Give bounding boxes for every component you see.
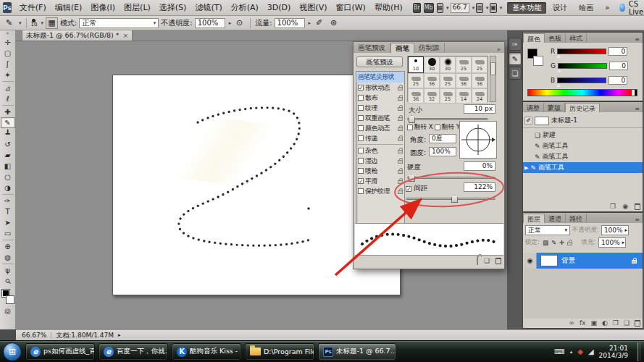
taskbar-explorer-folder[interactable]: D:\Program File... bbox=[245, 343, 314, 361]
brush-tip-cell[interactable]: 25 bbox=[440, 88, 456, 104]
lock-icon[interactable] bbox=[398, 190, 403, 194]
slider-thumb[interactable] bbox=[451, 195, 458, 203]
tray-expand-icon[interactable]: ▴ bbox=[570, 349, 573, 355]
brush-tip-cell[interactable]: 36 bbox=[424, 73, 440, 88]
lock-icon[interactable] bbox=[398, 170, 403, 174]
dock-brush-presets-icon[interactable]: ✑ bbox=[509, 38, 522, 51]
lock-icon[interactable] bbox=[398, 117, 403, 121]
brush-tip-cell[interactable]: 14 bbox=[456, 88, 472, 104]
magic-wand-tool[interactable]: ✶ bbox=[1, 70, 15, 80]
panel-menu-icon[interactable]: ≡ bbox=[632, 106, 643, 112]
setting-protect-texture[interactable]: 保护纹理 bbox=[356, 186, 404, 196]
menu-3d[interactable]: 3D(D) bbox=[263, 3, 296, 12]
menu-window[interactable]: 窗口(W) bbox=[331, 2, 369, 13]
menu-view[interactable]: 视图(V) bbox=[295, 2, 331, 13]
tab-channels[interactable]: 通道 bbox=[545, 214, 566, 223]
setting-scattering[interactable]: 散布 bbox=[356, 93, 404, 103]
slider-thumb[interactable] bbox=[409, 174, 415, 182]
slider-marker[interactable] bbox=[557, 69, 561, 72]
lock-icon[interactable] bbox=[398, 107, 403, 111]
zoom-level-field[interactable]: 66.7 bbox=[451, 3, 469, 13]
tab-layers[interactable]: 图层 bbox=[523, 214, 545, 223]
opacity-field[interactable]: 100% bbox=[195, 18, 225, 28]
dock-brush-panel-icon[interactable]: ✎ bbox=[509, 52, 522, 65]
clone-stamp-tool[interactable]: ┻ bbox=[1, 128, 15, 139]
checkbox[interactable] bbox=[358, 135, 364, 141]
menu-filter[interactable]: 滤镜(T) bbox=[191, 2, 226, 13]
panel-menu-icon[interactable]: ≡ bbox=[632, 216, 643, 223]
gradient-tool[interactable]: ◧ bbox=[1, 161, 15, 172]
tab-brush-presets[interactable]: 画笔预设 bbox=[354, 43, 390, 53]
taskbar-ie-1[interactable]: e ps如何画虚线_百... bbox=[25, 343, 95, 361]
pen-tool[interactable]: ✑ bbox=[1, 195, 15, 206]
tab-close-icon[interactable]: × bbox=[123, 32, 129, 39]
delete-brush-icon[interactable] bbox=[495, 258, 501, 264]
new-layer-icon[interactable]: ❏ bbox=[624, 319, 630, 327]
keyboard-tray-icon[interactable]: ⌨ bbox=[554, 348, 564, 355]
brush-tip-cell[interactable]: 36 bbox=[472, 73, 488, 88]
rotate-3d-tool[interactable]: ⊕ bbox=[1, 241, 15, 252]
scrollbar-thumb[interactable] bbox=[490, 62, 495, 75]
tab-color[interactable]: 颜色 bbox=[523, 33, 545, 43]
history-snapshot-row[interactable]: ✐ 未标题-1 bbox=[523, 115, 643, 126]
tray-app-icon[interactable]: ◆ bbox=[577, 348, 583, 355]
pressure-opacity-icon[interactable]: ⊙ bbox=[233, 17, 246, 29]
dock-clone-source-icon[interactable]: ❏ bbox=[509, 67, 522, 80]
workspace-design-button[interactable]: 设计 bbox=[548, 2, 572, 14]
checkbox-checked[interactable] bbox=[358, 178, 364, 184]
taskbar-photoshop[interactable]: Ps 未标题-1 @ 66.7... bbox=[318, 343, 396, 361]
menu-edit[interactable]: 编辑(E) bbox=[51, 2, 87, 13]
hardness-field[interactable]: 0% bbox=[464, 161, 495, 171]
setting-noise[interactable]: 杂色 bbox=[356, 146, 404, 156]
spacing-checkbox[interactable]: 间距 bbox=[406, 184, 427, 193]
brush-grid-scrollbar[interactable] bbox=[490, 56, 496, 102]
mini-bridge-button[interactable]: Mb bbox=[424, 3, 434, 13]
tab-history[interactable]: 历史记录 bbox=[565, 103, 600, 112]
brush-tool[interactable]: ✎ bbox=[1, 117, 15, 128]
history-state-new[interactable]: ❏ 新建 bbox=[523, 130, 643, 140]
checkbox[interactable] bbox=[358, 158, 364, 164]
tab-styles[interactable]: 样式 bbox=[566, 33, 587, 43]
history-brush-tool[interactable]: ↺ bbox=[1, 139, 15, 150]
angle-roundness-control[interactable] bbox=[459, 121, 497, 159]
background-color-swatch[interactable] bbox=[533, 56, 543, 66]
checkbox[interactable] bbox=[358, 188, 364, 194]
tab-masks[interactable]: 蒙版 bbox=[544, 103, 565, 112]
brush-tip-cell[interactable]: 25 bbox=[472, 56, 488, 73]
delete-layer-icon[interactable] bbox=[635, 320, 640, 327]
slider-thumb[interactable] bbox=[409, 115, 415, 123]
brush-tool-preset-icon[interactable]: ✎ bbox=[3, 17, 15, 29]
workspace-painting-button[interactable]: 绘画 bbox=[574, 2, 598, 14]
brush-presets-button[interactable]: 画笔预设 bbox=[356, 56, 403, 67]
lock-position-icon[interactable]: ✛ bbox=[559, 239, 564, 246]
status-options-icon[interactable]: ▸ bbox=[118, 332, 121, 338]
lock-icon[interactable] bbox=[398, 150, 403, 153]
lock-pixels-icon[interactable]: ✎ bbox=[551, 239, 556, 246]
checkbox-checked[interactable] bbox=[358, 85, 364, 90]
history-state-brush-2[interactable]: ✎ 画笔工具 bbox=[523, 151, 643, 162]
toggle-brush-panel-button[interactable]: ▦ bbox=[46, 17, 58, 29]
setting-color-dynamics[interactable]: 颜色动态 bbox=[356, 123, 404, 133]
bridge-button[interactable]: Br bbox=[413, 3, 421, 13]
lock-icon[interactable] bbox=[398, 87, 403, 90]
taskbar-clock[interactable]: 21:01 2014/3/9 bbox=[599, 345, 631, 359]
network-tray-icon[interactable]: ◢ bbox=[588, 348, 594, 355]
mode-select[interactable]: 正常▾ bbox=[79, 18, 159, 28]
brush-tip-cell[interactable]: 25 bbox=[440, 73, 456, 88]
brush-tip-cell[interactable]: 30 bbox=[440, 56, 456, 73]
blur-tool[interactable]: ○ bbox=[1, 172, 15, 182]
blend-mode-select[interactable]: 正常▾ bbox=[525, 225, 570, 235]
start-button[interactable]: ⊞ bbox=[3, 342, 22, 361]
stepper-icon[interactable]: ▸ bbox=[309, 20, 311, 26]
crop-tool[interactable]: ⊿ bbox=[1, 83, 15, 93]
layer-style-icon[interactable]: fx bbox=[580, 319, 586, 327]
checkbox[interactable] bbox=[358, 125, 364, 131]
lock-icon[interactable] bbox=[398, 127, 403, 131]
menu-analysis[interactable]: 分析(A) bbox=[227, 2, 263, 13]
checkbox[interactable] bbox=[358, 168, 364, 174]
green-slider[interactable] bbox=[558, 63, 607, 69]
new-brush-icon[interactable]: ❏ bbox=[484, 257, 490, 264]
new-snapshot-icon[interactable]: ◉ bbox=[622, 203, 628, 210]
move-tool[interactable]: ✛ bbox=[1, 37, 15, 48]
taskbar-ie-2[interactable]: e 百度一下，你就... bbox=[99, 343, 168, 361]
